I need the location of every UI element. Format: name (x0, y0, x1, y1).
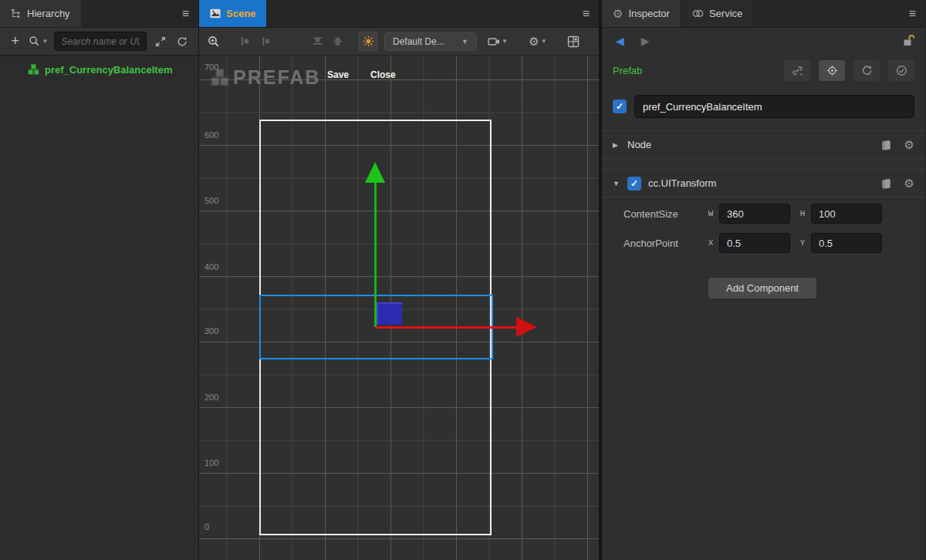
inspector-tabbar: ⚙ Inspector Service ≡ (602, 0, 925, 28)
prefab-mode-title: PREFAB (233, 66, 320, 89)
create-node-button[interactable]: + (8, 33, 22, 49)
gizmo-light-toggle-button[interactable] (358, 32, 378, 52)
history-forward-button[interactable]: ▶ (641, 35, 650, 47)
scene-image-icon (210, 8, 221, 19)
node-name-row: ✓ (613, 95, 914, 118)
inspector-gear-icon: ⚙ (613, 8, 623, 19)
uitransform-expand-icon[interactable]: ▼ (613, 180, 620, 187)
x-axis-gizmo[interactable] (376, 326, 518, 329)
ruler-label: 300 (204, 326, 218, 336)
hierarchy-tab-label: Hierarchy (27, 8, 70, 19)
gizmo-mode-dropdown[interactable]: Default De... ▼ (384, 32, 477, 51)
uitransform-settings-gear-icon[interactable]: ⚙ (904, 177, 914, 189)
camera-view-dropdown[interactable]: ▼ (483, 32, 512, 52)
gear-icon: ⚙ (529, 35, 539, 47)
ruler-label: 400 (204, 262, 218, 272)
align-left-tool-button[interactable] (235, 32, 255, 52)
node-section-title: Node (627, 139, 874, 150)
scene-panel: Scene ≡ (199, 0, 599, 560)
prefab-save-button[interactable]: Save (327, 69, 349, 80)
prefab-asset-row: Prefab (602, 54, 925, 86)
uitransform-enabled-checkbox[interactable]: ✓ (627, 177, 641, 191)
prefab-cubes-icon (28, 64, 39, 76)
scene-settings-dropdown[interactable]: ⚙ ▼ (523, 32, 553, 52)
prefab-close-button[interactable]: Close (370, 69, 396, 80)
uitransform-section-header[interactable]: ▼ ✓ cc.UITransform ⚙ (602, 169, 925, 197)
scene-tabbar: Scene ≡ (199, 0, 599, 28)
anchor-cube-gizmo[interactable] (377, 302, 402, 325)
service-link-icon (692, 9, 704, 18)
ruler-label: 100 (204, 458, 218, 467)
anchor-point-label: AnchorPoint (624, 238, 705, 249)
hierarchy-item-prefab-root[interactable]: pref_CurrencyBalanceItem (0, 60, 198, 79)
layout-grid-button[interactable] (563, 32, 583, 52)
add-component-button[interactable]: Add Component (708, 278, 816, 299)
node-collapse-icon[interactable]: ▶ (613, 141, 620, 149)
content-size-width-input[interactable] (719, 204, 790, 224)
search-input[interactable] (54, 32, 147, 51)
prefab-watermark: PREFAB (211, 66, 320, 89)
scene-menu-icon[interactable]: ≡ (583, 6, 590, 22)
content-size-label: ContentSize (624, 208, 705, 220)
hierarchy-tree-icon (11, 8, 22, 19)
hierarchy-toolbar: + ▼ (0, 28, 198, 56)
inspector-nav-row: ◀ ▶ (602, 28, 925, 54)
prefab-asset-label: Prefab (613, 65, 776, 76)
height-unit-label: H (796, 209, 809, 218)
content-size-height-input[interactable] (811, 204, 882, 224)
anchor-point-row: AnchorPoint X Y (602, 230, 925, 256)
app-window: Hierarchy ≡ + ▼ pref_CurrencyBala (0, 0, 926, 560)
align-middle-horizontal-tool-button[interactable] (327, 32, 347, 52)
node-active-checkbox[interactable]: ✓ (613, 100, 627, 113)
prefab-unlink-button[interactable] (784, 60, 810, 81)
y-axis-arrowhead-icon[interactable] (365, 162, 385, 183)
anchor-point-x-input[interactable] (719, 233, 790, 253)
prefab-apply-button[interactable] (888, 60, 914, 81)
uitransform-docs-book-icon[interactable] (880, 178, 892, 189)
tab-inspector[interactable]: ⚙ Inspector (602, 0, 681, 27)
zoom-tool-button[interactable] (204, 32, 224, 52)
inspector-menu-icon[interactable]: ≡ (909, 6, 916, 22)
align-top-tool-button[interactable] (307, 32, 327, 52)
inspector-tab-label: Inspector (628, 8, 669, 19)
camera-dropdown-arrow-icon: ▼ (502, 38, 508, 45)
ruler-label: 0 (204, 522, 209, 531)
ruler-label: 500 (204, 196, 218, 205)
scene-canvas[interactable]: 700 600 500 400 300 200 100 0 PREFAB Sav… (199, 56, 599, 560)
hierarchy-menu-icon[interactable]: ≡ (182, 6, 189, 22)
node-docs-book-icon[interactable] (880, 140, 892, 150)
prefab-cubes-watermark-icon (211, 69, 229, 87)
x-axis-arrowhead-icon[interactable] (516, 317, 537, 337)
node-settings-gear-icon[interactable]: ⚙ (904, 139, 914, 150)
ruler-label: 200 (204, 393, 218, 402)
hierarchy-tree: pref_CurrencyBalanceItem (0, 56, 198, 560)
node-name-input[interactable] (634, 95, 914, 118)
align-center-vertical-tool-button[interactable] (255, 32, 275, 52)
uitransform-section-title: cc.UITransform (648, 177, 874, 189)
y-unit-label: Y (796, 238, 809, 248)
content-size-row: ContentSize W H (602, 201, 925, 227)
settings-dropdown-arrow-icon: ▼ (541, 38, 547, 45)
hierarchy-item-label: pref_CurrencyBalanceItem (45, 64, 172, 76)
tab-service[interactable]: Service (681, 0, 754, 27)
prefab-restore-button[interactable] (853, 60, 880, 81)
search-filter-button[interactable]: ▼ (28, 35, 49, 47)
hierarchy-panel: Hierarchy ≡ + ▼ pref_CurrencyBala (0, 0, 199, 560)
hierarchy-tabbar: Hierarchy ≡ (0, 0, 198, 28)
gizmo-dropdown-arrow-icon: ▼ (461, 38, 468, 46)
scene-tab-label: Scene (226, 8, 255, 19)
search-filter-arrow-icon: ▼ (42, 38, 48, 45)
prefab-locate-button[interactable] (819, 60, 845, 81)
expand-all-button[interactable] (152, 36, 168, 47)
width-unit-label: W (705, 209, 717, 218)
unlock-icon[interactable] (902, 34, 914, 47)
service-tab-label: Service (709, 8, 742, 19)
tab-hierarchy[interactable]: Hierarchy (0, 0, 81, 27)
gizmo-mode-value: Default De... (393, 36, 444, 47)
anchor-point-y-input[interactable] (811, 233, 882, 253)
refresh-button[interactable] (174, 36, 191, 47)
tab-scene[interactable]: Scene (199, 0, 266, 27)
node-section-header[interactable]: ▶ Node ⚙ (602, 130, 925, 159)
history-back-button[interactable]: ◀ (616, 35, 624, 47)
scene-toolbar: Default De... ▼ ▼ ⚙ ▼ (199, 28, 599, 56)
